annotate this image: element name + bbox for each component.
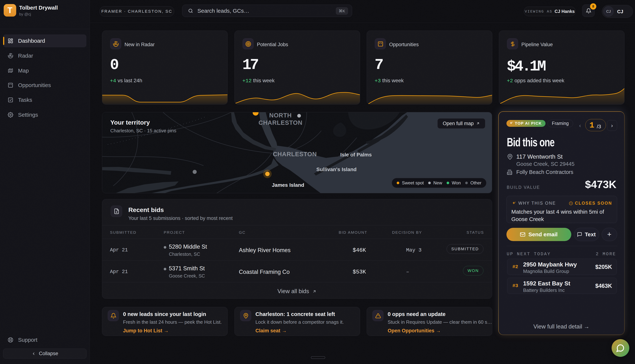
svg-text:Isle of Palms: Isle of Palms — [340, 152, 372, 158]
svg-text:James Island: James Island — [272, 182, 304, 188]
svg-text:NORTH: NORTH — [269, 112, 292, 119]
svg-text:CHARLESTON: CHARLESTON — [273, 151, 317, 158]
svg-text:Sullivan's Island: Sullivan's Island — [316, 166, 357, 172]
svg-text:CHARLESTON: CHARLESTON — [258, 119, 302, 126]
